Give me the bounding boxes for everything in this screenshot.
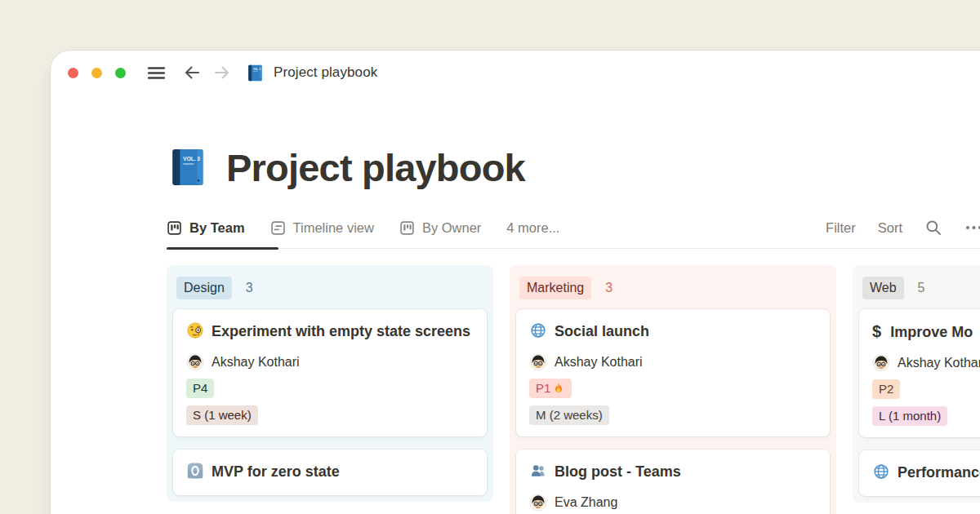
assignee-row: Akshay Kothari xyxy=(186,353,474,371)
page-header: Project playbook xyxy=(167,145,980,189)
tab-more-views[interactable]: 4 more... xyxy=(506,220,559,236)
assignee-row: Akshay Kothari xyxy=(872,354,980,372)
forward-button[interactable] xyxy=(212,63,232,82)
column-header: Marketing 3 xyxy=(516,272,830,309)
timeline-view-icon xyxy=(270,220,286,236)
back-button[interactable] xyxy=(182,63,202,82)
kanban-board: Design 3 Experiment with empty state scr… xyxy=(167,265,980,514)
card-blog-post-teams[interactable]: Blog post - Teams Eva Zhang xyxy=(516,450,830,514)
column-marketing: Marketing 3 Social launch Akshay Kothari… xyxy=(510,265,836,514)
fire-icon xyxy=(552,382,565,395)
card-social-launch[interactable]: Social launch Akshay Kothari P1 M (2 wee… xyxy=(516,309,830,436)
column-design: Design 3 Experiment with empty state scr… xyxy=(167,265,493,502)
window-titlebar: Project playbook xyxy=(51,51,980,95)
priority-tag: P4 xyxy=(186,379,214,398)
column-tag-web[interactable]: Web xyxy=(862,277,904,299)
priority-tag: P2 xyxy=(872,379,900,399)
assignee-row: Akshay Kothari xyxy=(529,353,817,371)
column-tag-marketing[interactable]: Marketing xyxy=(519,277,591,299)
size-tag: S (1 week) xyxy=(186,405,258,425)
active-tab-underline xyxy=(167,247,278,250)
avatar xyxy=(872,354,890,372)
column-count: 5 xyxy=(918,281,925,295)
view-toolbar: Filter Sort xyxy=(826,219,980,237)
filter-button[interactable]: Filter xyxy=(826,220,856,236)
card-title: Experiment with empty state screens xyxy=(186,319,474,343)
hamburger-icon xyxy=(146,63,167,83)
busts-in-silhouette-icon xyxy=(529,462,547,480)
more-ellipsis-icon xyxy=(964,224,980,231)
assignee-name: Akshay Kothari xyxy=(212,353,300,371)
sort-button[interactable]: Sort xyxy=(878,220,902,236)
back-arrow-icon xyxy=(182,63,202,82)
priority-tag: P1 xyxy=(529,379,572,398)
more-options-button[interactable] xyxy=(964,224,980,231)
column-web: Web 5 $Improve Mo Akshay Kothari P2 L (1… xyxy=(853,265,980,503)
avatar xyxy=(186,353,204,371)
blue-book-icon xyxy=(246,64,265,82)
card-title: Blog post - Teams xyxy=(529,459,817,484)
column-count: 3 xyxy=(605,281,612,295)
page-title[interactable]: Project playbook xyxy=(226,145,525,190)
forward-arrow-icon xyxy=(212,63,232,82)
assignee-name: Akshay Kothari xyxy=(898,354,980,372)
close-window-button[interactable] xyxy=(68,68,78,78)
minimize-window-button[interactable] xyxy=(91,68,102,78)
globe-icon xyxy=(872,463,890,481)
column-header: Web 5 xyxy=(859,272,980,309)
search-icon xyxy=(924,219,942,237)
keycap-zero-icon xyxy=(186,462,204,480)
face-with-monocle-icon xyxy=(186,321,204,339)
assignee-name: Eva Zhang xyxy=(555,494,617,512)
globe-icon xyxy=(529,321,547,339)
card-title: Social launch xyxy=(529,319,817,343)
card-mvp-zero-state[interactable]: MVP for zero state xyxy=(173,450,487,495)
card-title: Performance optimization xyxy=(872,460,980,485)
traffic-lights xyxy=(68,68,126,78)
column-count: 3 xyxy=(246,281,253,295)
column-header: Design 3 xyxy=(173,272,487,309)
tab-by-team[interactable]: By Team xyxy=(167,220,245,236)
card-performance-optimization[interactable]: Performance optimization xyxy=(859,450,980,496)
avatar xyxy=(529,494,547,512)
breadcrumb-page-title: Project playbook xyxy=(274,64,377,81)
blue-book-emoji-icon[interactable] xyxy=(167,146,209,188)
search-button[interactable] xyxy=(924,219,942,237)
card-experiment-empty-state[interactable]: Experiment with empty state screens Aksh… xyxy=(173,309,487,436)
size-tag: M (2 weeks) xyxy=(529,405,609,425)
assignee-row: Eva Zhang xyxy=(529,494,817,512)
heavy-dollar-sign-icon: $ xyxy=(872,322,881,340)
view-tabs-bar: By Team Timeline view By Owner 4 more...… xyxy=(167,219,980,249)
board-view-icon xyxy=(167,220,182,236)
column-tag-design[interactable]: Design xyxy=(176,277,232,299)
sidebar-toggle-button[interactable] xyxy=(146,63,167,83)
assignee-name: Akshay Kothari xyxy=(555,353,643,371)
tab-by-owner[interactable]: By Owner xyxy=(399,220,481,236)
tab-timeline-view[interactable]: Timeline view xyxy=(270,220,374,236)
history-nav xyxy=(182,63,232,82)
size-tag: L (1 month) xyxy=(872,406,947,426)
card-title: $Improve Mo xyxy=(872,319,980,344)
avatar xyxy=(529,353,547,371)
app-window: Project playbook Project playbook By Tea… xyxy=(51,51,980,514)
zoom-window-button[interactable] xyxy=(115,68,126,78)
card-improve-monetization[interactable]: $Improve Mo Akshay Kothari P2 L (1 month… xyxy=(859,309,980,437)
board-view-icon xyxy=(399,220,415,236)
card-title: MVP for zero state xyxy=(186,459,474,484)
